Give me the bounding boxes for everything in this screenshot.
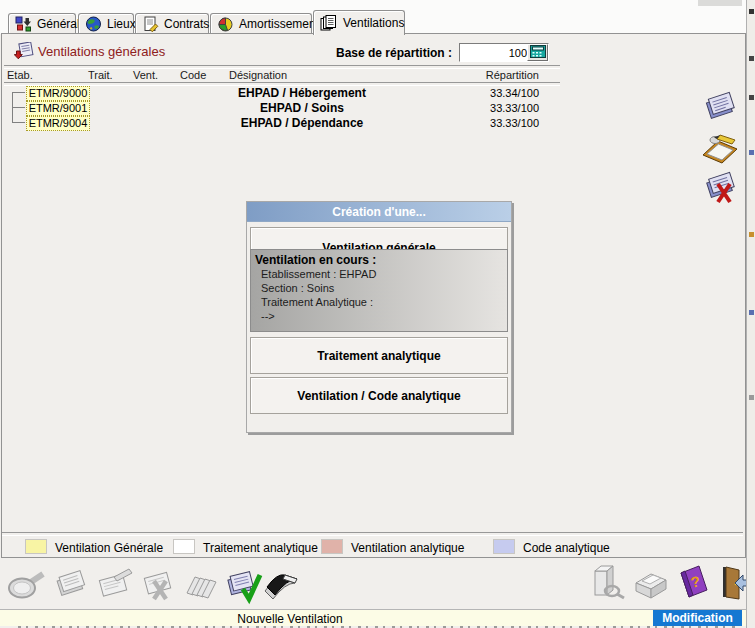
column-header-designation: Désignation — [229, 69, 287, 81]
status-bar: Nouvelle Ventilation Modification — [0, 609, 755, 626]
search-icon — [7, 561, 47, 605]
edit-record-button[interactable] — [93, 561, 135, 607]
tab-contrats-label: Contrats — [164, 17, 209, 31]
table-row-etab-code[interactable]: ETMR/9004 — [26, 116, 90, 131]
creation-dialog: Création d'une... Ventilation générale V… — [246, 201, 512, 433]
legend-label: Traitement analytique — [203, 541, 318, 555]
table-row-repartition: 33.33/100 — [442, 117, 539, 129]
tab-strip: Général Lieux Contrats Amortissements Ve… — [0, 0, 755, 34]
tab-contrats[interactable]: Contrats — [135, 13, 209, 34]
tab-lieux-label: Lieux — [107, 17, 136, 31]
column-header-code: Code — [180, 69, 206, 81]
delete-document-icon — [138, 561, 178, 605]
tab-amortissements[interactable]: Amortissements — [210, 13, 312, 34]
sliver-fragment — [749, 150, 754, 155]
new-ventilation-button[interactable] — [699, 88, 741, 126]
panel-title: Ventilations générales — [38, 44, 165, 59]
database-search-button[interactable] — [586, 561, 628, 607]
sliver-fragment — [749, 9, 754, 14]
table-row-etab-code[interactable]: ETMR/9001 — [26, 101, 90, 116]
globe-icon — [85, 16, 102, 32]
archive-button[interactable] — [181, 561, 223, 607]
info-etablissement: Etablissement : EHPAD — [255, 267, 507, 281]
search-button[interactable] — [6, 561, 48, 607]
column-header-repartition: Répartition — [442, 69, 539, 81]
edit-clipboard-icon — [701, 130, 739, 166]
application-window: Général Lieux Contrats Amortissements Ve… — [0, 0, 755, 628]
table-row-designation: EHPAD / Dépendance — [152, 116, 452, 130]
legend-label: Code analytique — [523, 541, 610, 555]
base-repartition-label: Base de répartition : — [292, 46, 452, 60]
tab-ventilations-label: Ventilations — [343, 16, 404, 30]
general-icon — [15, 16, 32, 32]
info-traitement: Traitement Analytique : — [255, 295, 507, 309]
legend-label: Ventilation Générale — [55, 541, 163, 555]
table-row-repartition: 33.34/100 — [442, 87, 539, 99]
calculator-icon — [530, 45, 546, 58]
sliver-fragment — [749, 395, 754, 400]
ventilations-panel: Ventilations générales Base de répartiti… — [1, 33, 746, 558]
table-row-designation: EHPAD / Hébergement — [152, 86, 452, 100]
print-button[interactable] — [630, 561, 672, 607]
traitement-analytique-button[interactable]: Traitement analytique — [250, 337, 508, 374]
tree-connector-row3 — [12, 122, 25, 123]
legend-swatch-traitement-analytique — [173, 539, 195, 554]
base-repartition-input[interactable] — [460, 44, 530, 61]
help-icon: ? — [674, 561, 714, 605]
base-repartition-field-wrap — [459, 43, 549, 62]
column-header-etab: Etab. — [7, 69, 33, 81]
validate-icon — [223, 561, 263, 605]
edit-document-icon — [94, 561, 134, 605]
legend-swatch-ventilation-generale — [25, 539, 47, 554]
validate-button[interactable] — [222, 561, 264, 607]
new-record-button[interactable] — [50, 561, 92, 607]
close-book-button[interactable] — [260, 561, 302, 607]
mode-badge: Modification — [653, 610, 742, 626]
table-row-designation: EHPAD / Soins — [152, 101, 452, 115]
new-document-icon — [51, 561, 91, 605]
ventilation-code-analytique-button[interactable]: Ventilation / Code analytique — [250, 377, 508, 414]
tab-lieux[interactable]: Lieux — [78, 13, 134, 34]
edit-ventilation-button[interactable] — [699, 130, 741, 168]
tab-general[interactable]: Général — [8, 13, 76, 34]
table-row-etab-code[interactable]: ETMR/9000 — [26, 86, 90, 101]
column-header-trait: Trait. — [88, 69, 113, 81]
sliver-fragment — [749, 95, 754, 100]
dialog-title[interactable]: Création d'une... — [247, 202, 511, 222]
database-search-icon — [587, 561, 627, 605]
info-section: Section : Soins — [255, 281, 507, 295]
archive-icon — [182, 561, 222, 605]
calculator-button[interactable] — [527, 44, 548, 61]
right-edge-sliver — [746, 0, 755, 628]
tab-ventilations[interactable]: Ventilations — [313, 10, 405, 35]
pie-chart-icon — [217, 16, 234, 32]
help-button[interactable]: ? — [673, 561, 715, 607]
tab-general-label: Général — [37, 17, 80, 31]
info-title: Ventilation en cours : — [255, 253, 507, 267]
delete-ventilation-button[interactable] — [699, 170, 741, 208]
sliver-fragment — [749, 56, 754, 61]
info-arrow: --> — [255, 309, 507, 323]
sliver-fragment — [749, 232, 754, 237]
delete-note-icon — [701, 171, 739, 205]
delete-record-button[interactable] — [137, 561, 179, 607]
print-icon — [631, 561, 671, 605]
pages-icon — [320, 15, 338, 31]
status-message: Nouvelle Ventilation — [200, 612, 380, 626]
tree-connector-row1 — [12, 92, 25, 93]
legend-label: Ventilation analytique — [351, 541, 464, 555]
ventilation-doc-icon — [14, 42, 34, 63]
legend-swatch-ventilation-analytique — [321, 539, 343, 554]
close-book-icon — [261, 561, 301, 605]
legend-separator — [2, 532, 743, 536]
ventilation-en-cours-panel: Ventilation en cours : Etablissement : E… — [250, 249, 508, 332]
table-row-repartition: 33.33/100 — [442, 102, 539, 114]
legend-swatch-code-analytique — [493, 539, 515, 554]
sliver-fragment — [749, 310, 754, 315]
column-header-vent: Vent. — [133, 69, 158, 81]
contract-icon — [142, 16, 159, 32]
new-note-icon — [701, 90, 739, 122]
tree-connector-row2 — [12, 107, 25, 108]
window-control-fragment — [698, 0, 742, 6]
